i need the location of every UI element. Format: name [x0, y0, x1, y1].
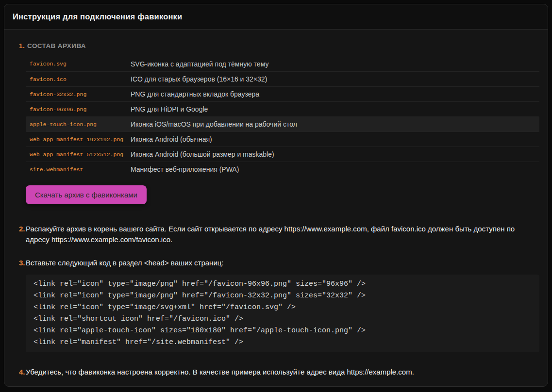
file-name: apple-touch-icon.png [30, 121, 131, 128]
step-4: 4. Убедитесь, что фавиконка настроена ко… [19, 367, 539, 377]
file-description: Манифест веб-приложения (PWA) [131, 165, 239, 173]
section-archive-contents-heading: 1. СОСТАВ АРХИВА [19, 42, 539, 49]
file-description: PNG для HiDPI и Google [131, 105, 208, 113]
file-name: web-app-manifest-512x512.png [30, 151, 131, 158]
panel-body: 1. СОСТАВ АРХИВА favicon.svg SVG-иконка … [4, 30, 548, 377]
step-2-number: 2. [19, 224, 26, 245]
code-line: <link rel="apple-touch-icon" sizes="180x… [33, 325, 532, 337]
code-line: <link rel="shortcut icon" href="/favicon… [33, 313, 532, 325]
file-description: SVG-иконка с адаптацией под тёмную тему [131, 60, 268, 68]
step-4-text: Убедитесь, что фавиконка настроена корре… [26, 367, 414, 377]
file-description: Иконка Android (обычная) [131, 135, 212, 143]
file-name: favicon-32x32.png [30, 91, 131, 98]
step-2: 2. Распакуйте архив в корень вашего сайт… [19, 224, 539, 245]
file-row-site-webmanifest[interactable]: site.webmanifest Манифест веб-приложения… [26, 162, 539, 177]
step-1-number: 1. [19, 42, 25, 49]
step-3-text: Вставьте следующий код в раздел <head> в… [26, 258, 224, 268]
file-name: favicon.ico [30, 76, 131, 82]
head-code-block: <link rel="icon" type="image/png" href="… [26, 275, 539, 352]
panel-header: Инструкция для подключения фавиконки [4, 4, 548, 30]
code-line: <link rel="icon" type="image/png" href="… [33, 290, 532, 302]
step-4-number: 4. [19, 367, 26, 377]
archive-files-table: favicon.svg SVG-иконка с адаптацией под … [26, 56, 539, 177]
file-row-web-app-manifest-512[interactable]: web-app-manifest-512x512.png Иконка Andr… [26, 147, 539, 162]
file-row-favicon-96x96[interactable]: favicon-96x96.png PNG для HiDPI и Google [26, 101, 539, 116]
file-description: Иконка Android (большой размер и maskabl… [131, 150, 274, 158]
step-2-text: Распакуйте архив в корень вашего сайта. … [26, 224, 539, 245]
file-name: favicon.svg [30, 61, 131, 67]
instruction-panel: Инструкция для подключения фавиконки 1. … [4, 4, 548, 387]
code-line: <link rel="icon" type="image/png" href="… [33, 278, 532, 290]
section-archive-contents-title: СОСТАВ АРХИВА [27, 42, 86, 49]
step-3: 3. Вставьте следующий код в раздел <head… [19, 258, 539, 268]
step-3-number: 3. [19, 258, 26, 268]
file-row-favicon-ico[interactable]: favicon.ico ICO для старых браузеров (16… [26, 71, 539, 86]
code-line: <link rel="manifest" href="/site.webmani… [33, 337, 532, 348]
file-row-favicon-32x32[interactable]: favicon-32x32.png PNG для стандартных вк… [26, 86, 539, 101]
file-row-web-app-manifest-192[interactable]: web-app-manifest-192x192.png Иконка Andr… [26, 131, 539, 147]
file-name: web-app-manifest-192x192.png [30, 136, 131, 143]
file-name: site.webmanifest [30, 166, 131, 173]
file-description: PNG для стандартных вкладок браузера [131, 90, 259, 98]
file-row-apple-touch-icon[interactable]: apple-touch-icon.png Иконка iOS/macOS пр… [26, 116, 539, 131]
file-description: Иконка iOS/macOS при добавлении на рабоч… [131, 120, 297, 128]
panel-title: Инструкция для подключения фавиконки [13, 12, 182, 21]
code-line: <link rel="icon" type="image/svg+xml" hr… [33, 302, 532, 313]
file-name: favicon-96x96.png [30, 106, 131, 113]
file-row-favicon-svg[interactable]: favicon.svg SVG-иконка с адаптацией под … [26, 56, 539, 71]
file-description: ICO для старых браузеров (16×16 и 32×32) [131, 75, 267, 83]
download-archive-button[interactable]: Скачать архив с фавиконками [26, 185, 147, 204]
